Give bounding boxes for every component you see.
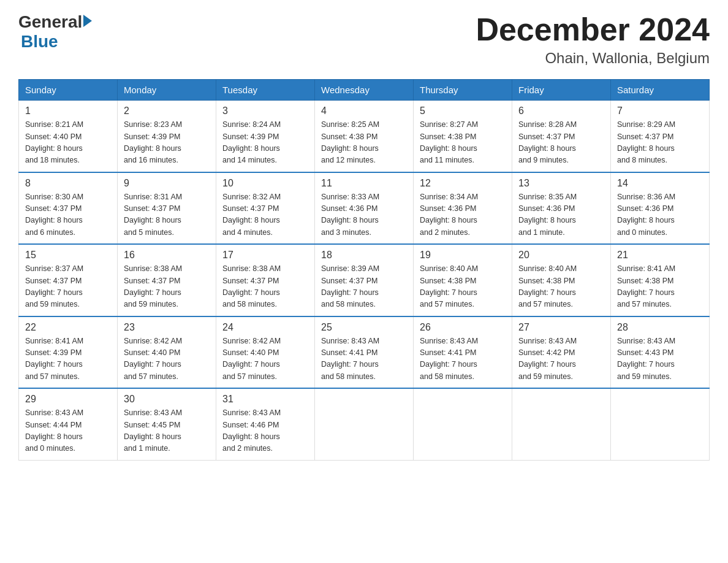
day-info: Sunrise: 8:23 AMSunset: 4:39 PMDaylight:…: [124, 119, 210, 167]
day-number: 23: [124, 322, 210, 333]
calendar-cell: 27 Sunrise: 8:43 AMSunset: 4:42 PMDaylig…: [512, 316, 611, 389]
calendar-cell: 6 Sunrise: 8:28 AMSunset: 4:37 PMDayligh…: [512, 101, 611, 172]
day-number: 25: [321, 322, 407, 333]
calendar-cell: 1 Sunrise: 8:21 AMSunset: 4:40 PMDayligh…: [19, 101, 118, 172]
day-info: Sunrise: 8:39 AMSunset: 4:37 PMDaylight:…: [321, 263, 407, 311]
day-number: 22: [25, 322, 111, 333]
day-info: Sunrise: 8:43 AMSunset: 4:46 PMDaylight:…: [222, 407, 308, 455]
day-number: 30: [124, 394, 210, 405]
calendar-cell: 30 Sunrise: 8:43 AMSunset: 4:45 PMDaylig…: [118, 388, 216, 460]
day-info: Sunrise: 8:28 AMSunset: 4:37 PMDaylight:…: [518, 119, 604, 167]
day-number: 11: [321, 178, 407, 189]
calendar-cell: 28 Sunrise: 8:43 AMSunset: 4:43 PMDaylig…: [611, 316, 710, 389]
day-info: Sunrise: 8:32 AMSunset: 4:37 PMDaylight:…: [222, 191, 308, 239]
day-info: Sunrise: 8:43 AMSunset: 4:41 PMDaylight:…: [321, 335, 407, 383]
day-number: 7: [617, 105, 703, 117]
day-number: 12: [420, 178, 506, 189]
calendar-cell: 21 Sunrise: 8:41 AMSunset: 4:38 PMDaylig…: [611, 244, 710, 316]
weekday-header-sunday: Sunday: [19, 80, 118, 101]
calendar-cell: 16 Sunrise: 8:38 AMSunset: 4:37 PMDaylig…: [118, 244, 216, 316]
day-info: Sunrise: 8:43 AMSunset: 4:44 PMDaylight:…: [25, 407, 111, 455]
calendar-cell: [512, 388, 611, 460]
day-number: 20: [518, 250, 604, 261]
day-number: 28: [617, 322, 703, 333]
calendar-cell: 12 Sunrise: 8:34 AMSunset: 4:36 PMDaylig…: [414, 172, 512, 245]
calendar-cell: 9 Sunrise: 8:31 AMSunset: 4:37 PMDayligh…: [118, 172, 216, 245]
calendar-week-row: 8 Sunrise: 8:30 AMSunset: 4:37 PMDayligh…: [19, 172, 710, 245]
calendar-cell: 13 Sunrise: 8:35 AMSunset: 4:36 PMDaylig…: [512, 172, 611, 245]
calendar-cell: 14 Sunrise: 8:36 AMSunset: 4:36 PMDaylig…: [611, 172, 710, 245]
calendar-cell: 11 Sunrise: 8:33 AMSunset: 4:36 PMDaylig…: [315, 172, 414, 245]
day-number: 4: [321, 105, 407, 117]
day-info: Sunrise: 8:43 AMSunset: 4:43 PMDaylight:…: [617, 335, 703, 383]
day-info: Sunrise: 8:27 AMSunset: 4:38 PMDaylight:…: [420, 119, 506, 167]
day-number: 13: [518, 178, 604, 189]
day-info: Sunrise: 8:34 AMSunset: 4:36 PMDaylight:…: [420, 191, 506, 239]
calendar-cell: [414, 388, 512, 460]
calendar-cell: 4 Sunrise: 8:25 AMSunset: 4:38 PMDayligh…: [315, 101, 414, 172]
calendar-cell: 25 Sunrise: 8:43 AMSunset: 4:41 PMDaylig…: [315, 316, 414, 389]
calendar-cell: 23 Sunrise: 8:42 AMSunset: 4:40 PMDaylig…: [118, 316, 216, 389]
day-number: 27: [518, 322, 604, 333]
weekday-header-thursday: Thursday: [414, 80, 512, 101]
calendar-cell: 2 Sunrise: 8:23 AMSunset: 4:39 PMDayligh…: [118, 101, 216, 172]
calendar-cell: 10 Sunrise: 8:32 AMSunset: 4:37 PMDaylig…: [216, 172, 315, 245]
day-number: 16: [124, 250, 210, 261]
day-info: Sunrise: 8:41 AMSunset: 4:39 PMDaylight:…: [25, 335, 111, 383]
day-number: 21: [617, 250, 703, 261]
location-title: Ohain, Wallonia, Belgium: [476, 50, 710, 67]
calendar-cell: 31 Sunrise: 8:43 AMSunset: 4:46 PMDaylig…: [216, 388, 315, 460]
day-info: Sunrise: 8:33 AMSunset: 4:36 PMDaylight:…: [321, 191, 407, 239]
calendar-week-row: 15 Sunrise: 8:37 AMSunset: 4:37 PMDaylig…: [19, 244, 710, 316]
day-info: Sunrise: 8:42 AMSunset: 4:40 PMDaylight:…: [124, 335, 210, 383]
day-number: 18: [321, 250, 407, 261]
weekday-header-tuesday: Tuesday: [216, 80, 315, 101]
day-number: 24: [222, 322, 308, 333]
calendar-cell: 24 Sunrise: 8:42 AMSunset: 4:40 PMDaylig…: [216, 316, 315, 389]
weekday-header-saturday: Saturday: [611, 80, 710, 101]
day-info: Sunrise: 8:29 AMSunset: 4:37 PMDaylight:…: [617, 119, 703, 167]
day-number: 5: [420, 105, 506, 117]
calendar-cell: [611, 388, 710, 460]
calendar-cell: 22 Sunrise: 8:41 AMSunset: 4:39 PMDaylig…: [19, 316, 118, 389]
day-number: 9: [124, 178, 210, 189]
calendar-cell: 7 Sunrise: 8:29 AMSunset: 4:37 PMDayligh…: [611, 101, 710, 172]
calendar-cell: 19 Sunrise: 8:40 AMSunset: 4:38 PMDaylig…: [414, 244, 512, 316]
weekday-header-friday: Friday: [512, 80, 611, 101]
day-number: 26: [420, 322, 506, 333]
logo-general-text: General: [18, 12, 82, 32]
day-number: 29: [25, 394, 111, 405]
day-info: Sunrise: 8:25 AMSunset: 4:38 PMDaylight:…: [321, 119, 407, 167]
day-info: Sunrise: 8:42 AMSunset: 4:40 PMDaylight:…: [222, 335, 308, 383]
calendar-cell: 18 Sunrise: 8:39 AMSunset: 4:37 PMDaylig…: [315, 244, 414, 316]
day-number: 2: [124, 105, 210, 117]
day-info: Sunrise: 8:30 AMSunset: 4:37 PMDaylight:…: [25, 191, 111, 239]
day-info: Sunrise: 8:24 AMSunset: 4:39 PMDaylight:…: [222, 119, 308, 167]
calendar-cell: [315, 388, 414, 460]
day-info: Sunrise: 8:38 AMSunset: 4:37 PMDaylight:…: [222, 263, 308, 311]
day-info: Sunrise: 8:43 AMSunset: 4:45 PMDaylight:…: [124, 407, 210, 455]
day-number: 19: [420, 250, 506, 261]
day-info: Sunrise: 8:43 AMSunset: 4:41 PMDaylight:…: [420, 335, 506, 383]
day-info: Sunrise: 8:40 AMSunset: 4:38 PMDaylight:…: [518, 263, 604, 311]
page-header: General Blue December 2024 Ohain, Wallon…: [18, 12, 710, 67]
day-info: Sunrise: 8:35 AMSunset: 4:36 PMDaylight:…: [518, 191, 604, 239]
day-number: 8: [25, 178, 111, 189]
day-info: Sunrise: 8:31 AMSunset: 4:37 PMDaylight:…: [124, 191, 210, 239]
day-info: Sunrise: 8:37 AMSunset: 4:37 PMDaylight:…: [25, 263, 111, 311]
calendar-cell: 20 Sunrise: 8:40 AMSunset: 4:38 PMDaylig…: [512, 244, 611, 316]
calendar-week-row: 1 Sunrise: 8:21 AMSunset: 4:40 PMDayligh…: [19, 101, 710, 172]
day-number: 17: [222, 250, 308, 261]
calendar-week-row: 22 Sunrise: 8:41 AMSunset: 4:39 PMDaylig…: [19, 316, 710, 389]
day-number: 6: [518, 105, 604, 117]
calendar-cell: 29 Sunrise: 8:43 AMSunset: 4:44 PMDaylig…: [19, 388, 118, 460]
day-number: 3: [222, 105, 308, 117]
day-info: Sunrise: 8:40 AMSunset: 4:38 PMDaylight:…: [420, 263, 506, 311]
day-number: 10: [222, 178, 308, 189]
day-info: Sunrise: 8:36 AMSunset: 4:36 PMDaylight:…: [617, 191, 703, 239]
day-info: Sunrise: 8:43 AMSunset: 4:42 PMDaylight:…: [518, 335, 604, 383]
calendar-table: SundayMondayTuesdayWednesdayThursdayFrid…: [18, 79, 710, 461]
day-number: 1: [25, 105, 111, 117]
weekday-header-wednesday: Wednesday: [315, 80, 414, 101]
logo: General Blue: [18, 12, 92, 52]
